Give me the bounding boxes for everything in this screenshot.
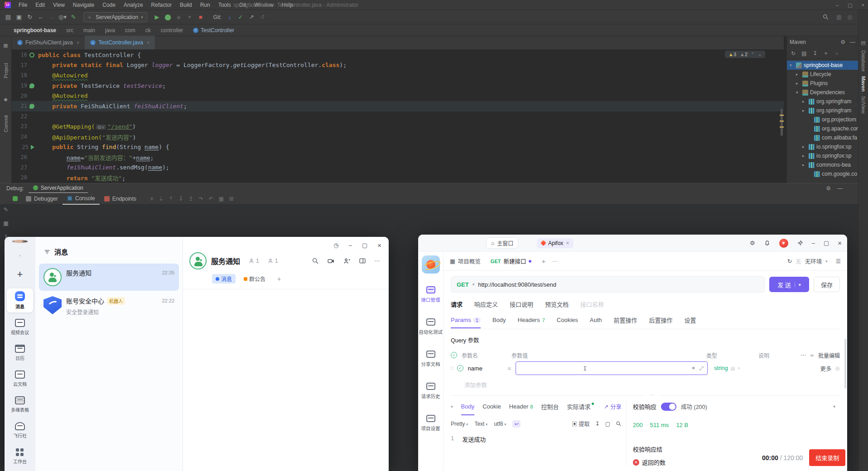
gutter-icon[interactable] — [29, 53, 34, 58]
request-subtab[interactable]: Body — [492, 317, 506, 323]
maven-tree-row[interactable]: org.apache.cor — [787, 124, 858, 133]
menu-icon[interactable]: ☰ — [836, 258, 841, 264]
run-action-icon[interactable]: ▾ — [184, 14, 195, 20]
more-icon[interactable]: ⋯ — [374, 258, 380, 264]
request-subtab[interactable]: Params1 — [451, 317, 481, 323]
scrollbar[interactable] — [844, 339, 846, 389]
maximize-icon[interactable]: ▢ — [824, 240, 829, 246]
menu-item[interactable]: Run — [196, 2, 214, 8]
gear-icon[interactable]: ⚙ — [826, 185, 831, 192]
request-tab[interactable]: GET 新建接口 — [487, 255, 535, 267]
search-icon[interactable] — [16, 255, 24, 257]
sidebar-nav-item[interactable]: 飞行社 — [7, 419, 33, 442]
status-code[interactable]: 200 — [633, 422, 643, 428]
validate-toggle[interactable] — [661, 403, 676, 411]
stop-recording-button[interactable]: 结束录制 — [809, 449, 845, 466]
search-icon[interactable] — [312, 257, 319, 264]
debug-action-icon[interactable]: ↶ — [208, 196, 213, 202]
hide-panel-icon[interactable]: — — [850, 39, 855, 45]
debug-control-icon[interactable]: ✎ — [4, 207, 8, 213]
code-line[interactable]: 25 public String find(String name) { — [12, 142, 784, 152]
maven-tree-row[interactable]: ▾ Dependencies — [787, 88, 858, 97]
code-line[interactable]: 16public class TestController { — [12, 50, 784, 60]
debug-action-icon[interactable]: ⇡ — [169, 196, 173, 202]
toolwindow-button[interactable]: SciView — [861, 96, 866, 114]
menu-item[interactable]: Refactor — [147, 2, 176, 8]
maven-tree-row[interactable]: com.google.co — [787, 169, 858, 178]
row-check-icon[interactable]: ✓ — [457, 365, 463, 371]
sidebar-nav-item[interactable]: 自动化测试 — [419, 318, 443, 335]
code-line[interactable]: 28 return "发送成功"; — [12, 173, 784, 183]
menu-item[interactable]: Edit — [31, 2, 49, 8]
request-subtab[interactable]: 前置操作 — [614, 316, 637, 324]
next-error-icon[interactable]: ⌄ — [758, 52, 762, 57]
close-icon[interactable]: × — [77, 40, 79, 45]
add-param-button[interactable]: 添加参数 — [464, 380, 840, 389]
pin-icon[interactable] — [797, 240, 803, 246]
gutter-icon[interactable] — [29, 83, 34, 88]
remove-row-icon[interactable]: ⊖ — [835, 365, 840, 372]
menu-item[interactable]: Navigate — [69, 2, 98, 8]
debug-action-icon[interactable]: ↥ — [188, 196, 193, 202]
breadcrumb-item[interactable]: src — [66, 27, 73, 34]
param-value-input[interactable]: I ✦ ⤢ — [516, 361, 708, 375]
toolbar-icon[interactable]: → — [46, 14, 57, 20]
run-action-icon[interactable]: ■ — [195, 14, 206, 20]
doc-tab[interactable]: 接口说明 — [510, 300, 533, 308]
video-call-icon[interactable] — [327, 257, 335, 265]
response-tab[interactable]: 实际请求 — [567, 402, 590, 411]
drag-handle-icon[interactable]: ⁞⁞ — [451, 366, 454, 371]
maven-toolbar-icon[interactable]: » — [832, 50, 841, 57]
code-icon[interactable]: ‹› — [810, 352, 814, 358]
chevron-icon[interactable]: ▾ — [790, 63, 794, 67]
chevron-icon[interactable]: ▸ — [802, 144, 807, 149]
window-control-button[interactable]: – — [836, 2, 839, 8]
environment-select[interactable]: 无环境 — [805, 257, 822, 265]
chevron-icon[interactable]: ▸ — [796, 81, 800, 86]
toolbar-icon[interactable]: ✎ — [68, 14, 79, 20]
maven-tree-row[interactable]: ▸ io.springfox:sp — [787, 142, 858, 151]
search-icon[interactable] — [616, 421, 622, 427]
check-all-icon[interactable]: ✓ — [451, 352, 457, 358]
toolwindow-button[interactable]: Database — [861, 50, 866, 72]
doc-tab[interactable]: 响应定义 — [474, 300, 498, 308]
conversation-item[interactable]: 账号安全中心 机器人 22:22 安全登录通知 — [39, 292, 179, 320]
close-icon[interactable]: × — [147, 40, 149, 45]
git-action-icon[interactable]: ↓ — [224, 14, 235, 20]
code-line[interactable]: 18 @Autowired — [12, 70, 784, 81]
sidebar-nav-item[interactable]: 日历 — [7, 342, 33, 364]
chevron-icon[interactable]: ▸ — [802, 108, 807, 113]
commit-icon[interactable]: ◆ — [0, 96, 11, 102]
url-bar[interactable]: GET ▾ http://localhost:9080/test/send — [451, 276, 765, 293]
response-tab[interactable]: Body — [461, 402, 475, 411]
code-line[interactable]: 26 name="当前发送内容："+name; — [12, 152, 784, 163]
add-member-icon[interactable] — [343, 257, 351, 265]
bell-icon[interactable] — [764, 240, 771, 246]
maven-toolbar-icon[interactable]: ↻ — [789, 50, 798, 57]
more-icon[interactable]: ⋯ — [800, 352, 806, 358]
project-overview-tab[interactable]: ▦ 项目概览 — [450, 257, 481, 265]
breadcrumb-item[interactable]: java — [105, 27, 115, 34]
doc-tab[interactable]: 预览文档 — [545, 300, 569, 308]
minimize-icon[interactable]: – — [349, 242, 352, 249]
chat-message-area[interactable] — [183, 289, 389, 471]
code-line[interactable]: 22 — [12, 111, 784, 122]
user-avatar[interactable] — [12, 240, 28, 243]
hide-panel-icon[interactable]: — — [837, 185, 843, 192]
code-line[interactable]: 24 @ApiOperation("发送内容") — [12, 132, 784, 142]
code-line[interactable]: 27 feiShuAiClient.sendMsg(name); — [12, 163, 784, 173]
code-line[interactable]: 20 @Autowired — [12, 91, 784, 101]
sidebar-nav-item[interactable]: 消息 — [7, 288, 33, 312]
gear-icon[interactable]: ⚙ — [840, 39, 845, 45]
download-icon[interactable]: ↧ — [595, 421, 600, 427]
minimize-icon[interactable]: – — [812, 240, 815, 246]
menu-item[interactable]: Analyze — [120, 2, 147, 8]
bot-count[interactable]: 1 — [267, 258, 278, 264]
run-action-icon[interactable]: ◈ — [174, 14, 184, 20]
code-line[interactable]: 17 private static final Logger logger = … — [12, 60, 784, 71]
toolbar-icon[interactable]: ▦ — [834, 14, 844, 20]
toolbar-icon[interactable]: ▣ — [14, 14, 24, 20]
run-configuration-select[interactable]: ▸ ServerApplication ▾ — [83, 12, 147, 22]
response-tab[interactable]: 控制台 — [541, 402, 559, 411]
chat-tab[interactable]: 消息 — [212, 274, 236, 284]
